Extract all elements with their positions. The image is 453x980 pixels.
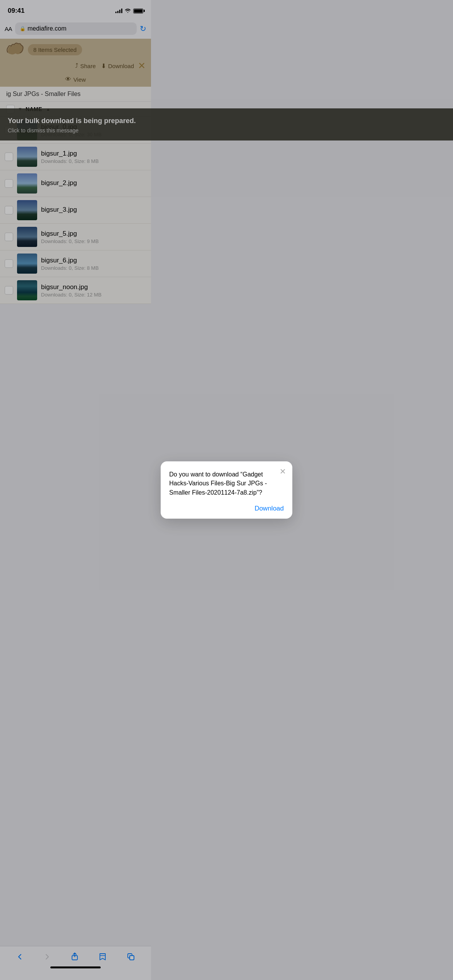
modal-overlay: ✕ Do you want to download “Gadget Hacks-… — [0, 0, 151, 350]
